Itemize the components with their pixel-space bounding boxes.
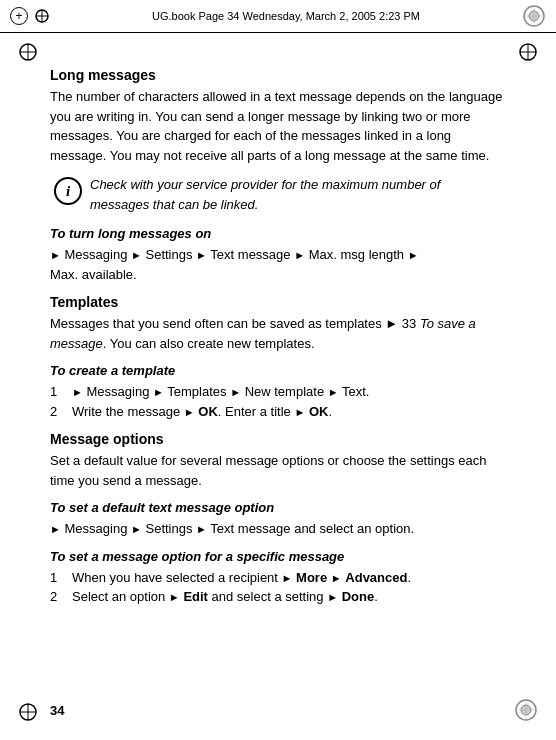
create-template-steps: 1 ► Messaging ► Templates ► New template… [50,382,506,421]
crosshair-icon-left [34,8,50,24]
message-options-heading: Message options [50,431,506,447]
step-text-1: ► Messaging ► Templates ► New template ►… [72,382,369,402]
step-item: 2 Write the message ► OK. Enter a title … [50,402,506,422]
templates-body: Messages that you send often can be save… [50,314,506,353]
step-text-2: Write the message ► OK. Enter a title ► … [72,402,332,422]
message-options-body: Set a default value for several message … [50,451,506,490]
templates-heading: Templates [50,294,506,310]
margin-mark-left-bottom [18,702,38,726]
long-messages-body: The number of characters allowed in a te… [50,87,506,165]
page-number: 34 [50,703,64,718]
step-item: 1 ► Messaging ► Templates ► New template… [50,382,506,402]
long-messages-heading: Long messages [50,67,506,83]
step-text-s1: When you have selected a recipient ► Mor… [72,568,411,588]
step-num-2: 2 [50,402,66,422]
specific-option-steps: 1 When you have selected a recipient ► M… [50,568,506,607]
step-text-s2: Select an option ► Edit and select a set… [72,587,378,607]
create-template-subheading: To create a template [50,363,506,378]
note-icon: i [54,177,82,205]
templates-page-ref: 33 [402,316,416,331]
turn-on-subheading: To turn long messages on [50,226,506,241]
specific-option-subheading: To set a message option for a specific m… [50,549,506,564]
templates-body-start: Messages that you send often can be save… [50,316,382,331]
step-num-1: 1 [50,382,66,402]
turn-on-nav: ► Messaging ► Settings ► Text message ► … [50,245,506,284]
note-text: Check with your service provider for the… [90,175,502,214]
header-right [522,4,546,28]
corner-decoration-left [10,7,28,25]
margin-mark-right-top [518,42,538,66]
decorative-circle-right [522,4,546,28]
margin-mark-right-bottom [514,698,538,726]
templates-body-rest: . You can also create new templates. [103,336,315,351]
default-option-subheading: To set a default text message option [50,500,506,515]
header-left [10,7,50,25]
main-content: Long messages The number of characters a… [0,33,556,635]
templates-arrow: ► [385,316,398,331]
margin-mark-left-top [18,42,38,66]
step-item: 1 When you have selected a recipient ► M… [50,568,506,588]
step-num-s2: 2 [50,587,66,607]
header-text: UG.book Page 34 Wednesday, March 2, 2005… [50,10,522,22]
nav-arrow-1: ► [50,249,61,261]
step-num-s1: 1 [50,568,66,588]
page: UG.book Page 34 Wednesday, March 2, 2005… [0,0,556,740]
header-bar: UG.book Page 34 Wednesday, March 2, 2005… [0,0,556,33]
note-block: i Check with your service provider for t… [50,175,506,214]
step-item: 2 Select an option ► Edit and select a s… [50,587,506,607]
default-option-nav: ► Messaging ► Settings ► Text message an… [50,519,506,539]
